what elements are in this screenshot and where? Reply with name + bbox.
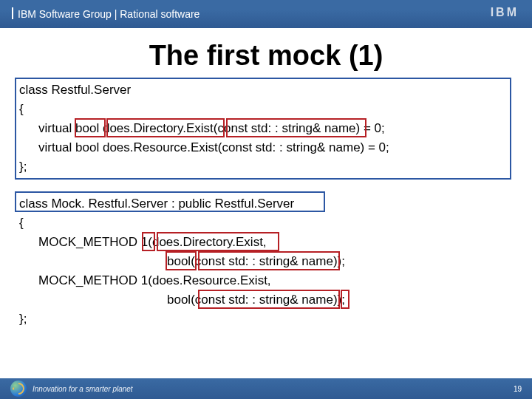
footer-left: Innovation for a smarter planet — [10, 381, 133, 397]
header-bar: IBM Software Group | Rational software I… — [0, 0, 532, 28]
code-line: class Mock. Restful.Server : public Rest… — [19, 197, 294, 211]
code-line: }; — [19, 160, 27, 174]
code-line: virtual bool does.Resource.Exist(const s… — [19, 138, 513, 157]
slide-content: class Restful.Server { virtual bool does… — [0, 72, 532, 336]
slide-title-block: The first mock (1) — [0, 40, 532, 72]
globe-icon — [10, 381, 27, 397]
code-line: MOCK_METHOD 1(does.Directory.Exist, — [19, 233, 513, 252]
header-marker — [12, 7, 13, 19]
code-line: { — [19, 216, 24, 230]
ibm-logo: IBM — [491, 6, 519, 19]
code-line: class Restful.Server — [19, 83, 131, 97]
ibm-logo-text: IBM — [491, 6, 519, 18]
code-line: bool(const std: : string& name)); — [19, 290, 513, 310]
code-line: }; — [19, 312, 27, 326]
group-label: IBM Software Group | Rational software — [18, 8, 200, 20]
code-line: { — [19, 102, 24, 116]
code-snippet-1: class Restful.Server { virtual bool does… — [19, 81, 513, 184]
code-line: MOCK_METHOD 1(does.Resource.Exist, — [19, 271, 513, 290]
code-line: bool(const std: : string& name)); — [19, 252, 513, 271]
code-line: virtual bool does.Directory.Exist(const … — [19, 119, 513, 138]
footer-bar: Innovation for a smarter planet 19 — [0, 378, 532, 399]
slide-title: The first mock (1) — [0, 40, 532, 72]
footer-tagline: Innovation for a smarter planet — [33, 385, 133, 393]
code-snippet-2: class Mock. Restful.Server : public Rest… — [19, 194, 513, 336]
page-number: 19 — [514, 385, 522, 393]
